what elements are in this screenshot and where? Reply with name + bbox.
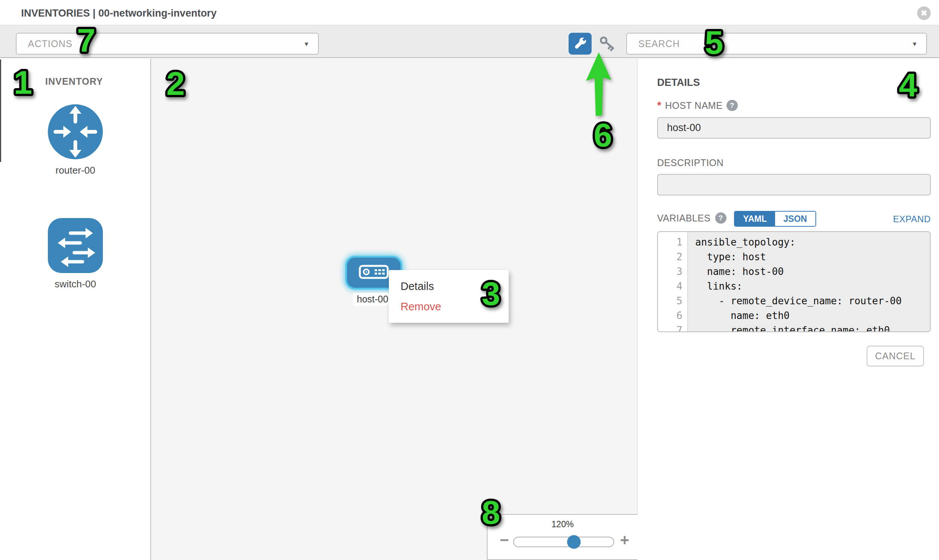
sidebar-item-switch-00[interactable]: switch-00 <box>47 217 103 290</box>
key-button[interactable] <box>597 35 618 54</box>
line-number: 6 <box>658 308 687 323</box>
code-line: - remote_device_name: router-00 <box>688 294 930 308</box>
plus-icon: + <box>620 531 629 549</box>
required-asterisk: * <box>657 99 661 111</box>
line-number: 1 <box>658 235 687 250</box>
zoom-slider-thumb[interactable] <box>567 535 581 549</box>
description-label-row: DESCRIPTION <box>657 157 723 168</box>
tools-button[interactable] <box>569 33 592 55</box>
description-label: DESCRIPTION <box>657 157 723 168</box>
context-menu-item-details[interactable]: Details <box>389 276 509 296</box>
tab-json[interactable]: JSON <box>775 212 816 226</box>
line-number: 2 <box>658 250 687 265</box>
zoom-in-button[interactable]: + <box>618 532 632 548</box>
code-area[interactable]: ansible_topology: type: host name: host-… <box>688 232 930 331</box>
zoom-slider-track[interactable] <box>513 537 614 547</box>
code-line: type: host <box>688 250 930 265</box>
search-dropdown[interactable]: SEARCH ▾ <box>626 33 927 55</box>
variables-label: VARIABLES <box>657 213 711 224</box>
code-line: name: eth0 <box>688 308 930 323</box>
code-line: links: <box>688 279 930 294</box>
topology-canvas[interactable]: host-00 Details Remove 120% − + <box>151 59 638 560</box>
router-icon <box>47 155 103 161</box>
expand-link[interactable]: EXPAND <box>893 214 931 225</box>
details-panel: DETAILS * HOST NAME ? host-00 DESCRIPTIO… <box>638 59 939 560</box>
chevron-down-icon: ▾ <box>304 40 308 48</box>
line-number: 5 <box>658 294 687 308</box>
wrench-icon <box>572 35 588 52</box>
line-number: 4 <box>658 279 687 294</box>
inventory-topology-page: INVENTORIES | 00-networking-inventory ✖ … <box>0 0 939 560</box>
cancel-button[interactable]: CANCEL <box>867 346 924 366</box>
host-name-label-row: * HOST NAME ? <box>657 99 738 111</box>
sidebar-edge-line <box>0 60 1 162</box>
line-number: 7 <box>658 323 687 332</box>
actions-dropdown[interactable]: ACTIONS ▾ <box>16 33 319 55</box>
variables-code-editor[interactable]: ansible_topology: type: host name: host-… <box>657 231 931 332</box>
code-line: name: host-00 <box>688 265 930 279</box>
help-icon[interactable]: ? <box>726 100 738 111</box>
variables-label-wrap: VARIABLES ? <box>657 212 726 224</box>
zoom-control-panel: 120% − + <box>487 514 638 560</box>
zoom-level-readout: 120% <box>487 519 638 529</box>
close-button[interactable]: ✖ <box>917 6 931 20</box>
details-panel-title: DETAILS <box>657 77 700 89</box>
switch-icon <box>47 269 103 275</box>
description-field[interactable] <box>657 174 931 195</box>
search-dropdown-label: SEARCH <box>638 38 680 49</box>
chevron-down-icon: ▾ <box>913 40 916 48</box>
host-node-label: host-00 <box>353 292 392 306</box>
host-name-label: HOST NAME <box>665 100 723 111</box>
variables-row: VARIABLES ? YAML JSON EXPAND <box>657 211 931 226</box>
minus-icon: − <box>500 531 509 549</box>
line-number: 3 <box>658 265 687 279</box>
tab-yaml[interactable]: YAML <box>735 212 775 226</box>
inventory-sidebar-title: INVENTORY <box>45 76 103 87</box>
zoom-out-button[interactable]: − <box>497 532 511 548</box>
sidebar-item-label: router-00 <box>47 165 103 176</box>
page-title: INVENTORIES | 00-networking-inventory <box>21 8 217 19</box>
sidebar-item-label: switch-00 <box>47 278 103 290</box>
variables-format-toggle: YAML JSON <box>734 211 816 227</box>
page-header: INVENTORIES | 00-networking-inventory ✖ <box>0 0 939 25</box>
inventory-sidebar: INVENTORY router-00 <box>0 59 151 560</box>
help-icon[interactable]: ? <box>715 212 726 224</box>
actions-dropdown-label: ACTIONS <box>28 38 72 49</box>
context-menu-item-remove[interactable]: Remove <box>389 296 509 317</box>
code-line: remote_interface_name: eth0 <box>688 323 930 332</box>
close-icon: ✖ <box>920 9 927 18</box>
toolbar: ACTIONS ▾ <box>0 25 939 58</box>
line-number-gutter: 1 2 3 4 5 6 7 <box>658 232 688 331</box>
sidebar-item-router-00[interactable]: router-00 <box>47 103 103 176</box>
key-icon <box>598 35 617 54</box>
host-name-field[interactable]: host-00 <box>657 117 931 138</box>
node-context-menu: Details Remove <box>389 270 509 323</box>
code-line: ansible_topology: <box>688 235 930 250</box>
host-server-icon <box>359 265 389 281</box>
